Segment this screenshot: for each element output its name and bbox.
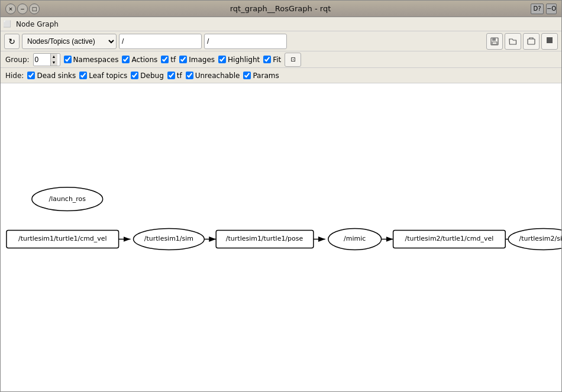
extra-button[interactable]: −O — [546, 4, 557, 14]
images-label: Images — [189, 56, 215, 64]
node-sim-2-label: /turtlesim2/sim — [519, 235, 561, 242]
dead-sinks-text: Dead sinks — [37, 72, 76, 80]
node-launch-ros-label: /launch_ros — [49, 195, 86, 203]
spinbox-up[interactable]: ▲ — [50, 54, 57, 60]
controls-row: Group: ▲ ▼ Namespaces Actions tf Images … — [1, 51, 561, 68]
maximize-button[interactable]: □ — [29, 4, 40, 14]
filter2-input[interactable] — [204, 34, 287, 49]
graph-area[interactable]: /launch_ros /turtlesim1/turtle1/cmd_vel … — [1, 83, 561, 391]
svg-rect-3 — [528, 39, 535, 44]
minimize-button[interactable]: − — [17, 4, 28, 14]
help-button[interactable]: D? — [531, 4, 544, 14]
dead-sinks-label[interactable]: Dead sinks — [27, 72, 76, 80]
node-graph-menu[interactable]: Node Graph — [12, 19, 62, 30]
node-graph-icon: ⬜ — [3, 20, 11, 28]
filter1-input[interactable] — [119, 34, 202, 49]
svg-rect-4 — [547, 37, 553, 43]
save-button[interactable] — [486, 33, 503, 50]
actions-label: Actions — [131, 56, 157, 64]
fit-label: Fit — [273, 56, 281, 64]
unreachable-text: Unreachable — [195, 72, 240, 80]
dead-sinks-checkbox[interactable] — [27, 72, 35, 79]
actions-checkbox-label[interactable]: Actions — [122, 56, 157, 64]
tf-checkbox[interactable] — [161, 56, 169, 63]
params-label[interactable]: Params — [243, 72, 279, 80]
graph-svg: /launch_ros /turtlesim1/turtle1/cmd_vel … — [1, 83, 561, 391]
params-text: Params — [253, 72, 279, 80]
fit-checkbox-label[interactable]: Fit — [263, 56, 281, 64]
unreachable-checkbox[interactable] — [186, 72, 193, 79]
params-checkbox[interactable] — [243, 72, 251, 79]
toolbar: ↻ Nodes/Topics (active) Nodes only Nodes… — [1, 31, 561, 51]
actions-checkbox[interactable] — [122, 56, 130, 63]
leaf-topics-label[interactable]: Leaf topics — [79, 72, 127, 80]
open-button[interactable] — [505, 33, 521, 50]
hide-tf-label[interactable]: tf — [167, 72, 182, 80]
menu-bar: ⬜ Node Graph — [1, 17, 561, 31]
node-cmd-vel-2-label: /turtlesim2/turtle1/cmd_vel — [405, 235, 494, 242]
titlebar: × − □ rqt_graph__RosGraph - rqt D? −O — [1, 1, 561, 17]
highlight-checkbox-label[interactable]: Highlight — [218, 56, 260, 64]
node-sim-1-label: /turtlesim1/sim — [144, 235, 193, 242]
svg-rect-1 — [492, 38, 496, 41]
node-pose-label: /turtlesim1/turtle1/pose — [226, 235, 303, 242]
stop-button[interactable] — [541, 33, 558, 50]
unreachable-label[interactable]: Unreachable — [186, 72, 240, 80]
highlight-checkbox[interactable] — [218, 56, 226, 63]
refresh-button[interactable]: ↻ — [4, 34, 20, 49]
highlight-label: Highlight — [228, 56, 260, 64]
export-button[interactable] — [523, 33, 540, 50]
images-checkbox[interactable] — [179, 56, 187, 63]
node-mimic-label: /mimic — [344, 235, 366, 242]
action-buttons — [486, 33, 558, 50]
window-title: rqt_graph__RosGraph - rqt — [40, 4, 521, 13]
fit-icon-button[interactable]: ⊡ — [285, 53, 301, 67]
namespaces-checkbox[interactable] — [64, 56, 72, 63]
hide-tf-checkbox[interactable] — [167, 72, 175, 79]
images-checkbox-label[interactable]: Images — [179, 56, 215, 64]
view-mode-dropdown[interactable]: Nodes/Topics (active) Nodes only Nodes/T… — [22, 34, 117, 49]
svg-rect-2 — [492, 42, 497, 44]
leaf-topics-checkbox[interactable] — [79, 72, 87, 79]
hide-row: Hide: Dead sinks Leaf topics Debug tf Un… — [1, 68, 561, 83]
fit-checkbox[interactable] — [263, 56, 271, 63]
group-value-input[interactable] — [34, 54, 50, 66]
group-spinbox[interactable]: ▲ ▼ — [33, 53, 60, 66]
debug-checkbox[interactable] — [131, 72, 138, 79]
leaf-topics-text: Leaf topics — [89, 72, 127, 80]
spinbox-arrows: ▲ ▼ — [50, 54, 57, 66]
group-label: Group: — [5, 56, 30, 64]
debug-label[interactable]: Debug — [131, 72, 163, 80]
tf-checkbox-label[interactable]: tf — [161, 56, 176, 64]
namespaces-label: Namespaces — [73, 56, 119, 64]
main-window: × − □ rqt_graph__RosGraph - rqt D? −O ⬜ … — [0, 0, 562, 392]
spinbox-down[interactable]: ▼ — [50, 60, 57, 66]
hide-tf-text: tf — [177, 72, 182, 80]
close-button[interactable]: × — [5, 4, 16, 14]
hide-label: Hide: — [5, 72, 24, 80]
node-cmd-vel-1-label: /turtlesim1/turtle1/cmd_vel — [18, 235, 107, 242]
window-controls: × − □ — [5, 4, 40, 14]
debug-text: Debug — [140, 72, 163, 80]
namespaces-checkbox-label[interactable]: Namespaces — [64, 56, 119, 64]
tf-label: tf — [170, 56, 176, 64]
